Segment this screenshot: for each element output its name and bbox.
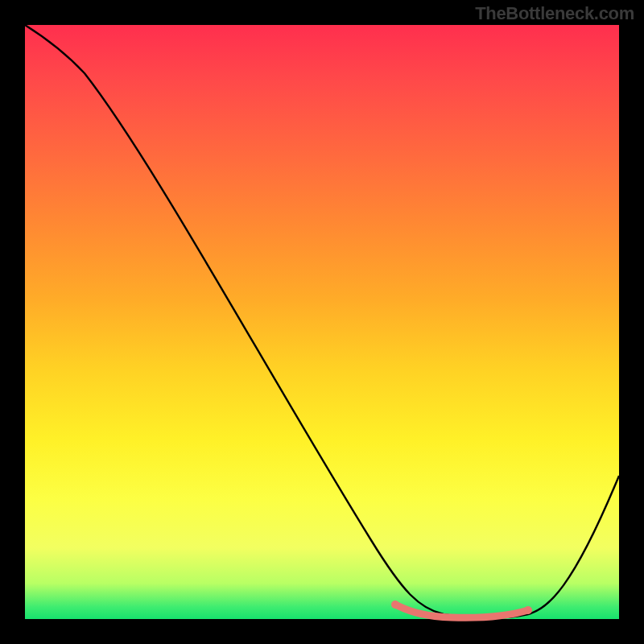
brand-watermark: TheBottleneck.com: [475, 3, 634, 24]
chart-frame: TheBottleneck.com: [0, 0, 644, 644]
plot-area: [25, 25, 619, 619]
curve-layer: [25, 25, 619, 619]
svg-point-1: [424, 612, 431, 618]
svg-point-4: [524, 606, 532, 614]
svg-point-3: [489, 613, 495, 620]
svg-point-2: [456, 614, 463, 621]
svg-point-0: [391, 601, 399, 609]
bottleneck-curve-path: [25, 25, 619, 618]
